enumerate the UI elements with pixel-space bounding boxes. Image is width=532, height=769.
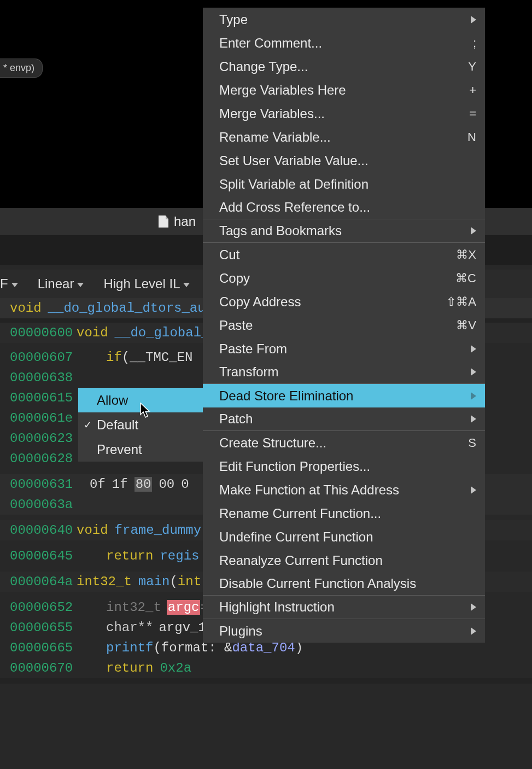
menu-item-transform[interactable]: Transform: [203, 360, 485, 384]
chevron-right-icon: [471, 345, 476, 353]
address: 00000628: [0, 451, 77, 466]
param-chip-label: * envp): [3, 62, 34, 73]
menu-item-shortcut: N: [443, 130, 476, 144]
token-highlighted: argc: [167, 600, 201, 615]
menu-item-label: Copy: [219, 271, 250, 286]
token-paren: (: [122, 350, 130, 365]
menu-item-shortcut: ⌘X: [443, 248, 476, 262]
menu-item-label: Create Structure...: [219, 435, 326, 451]
menu-item-label: Tags and Bookmarks: [219, 223, 342, 238]
view-left-dropdown[interactable]: F: [0, 274, 22, 294]
token-type: char**: [106, 620, 153, 635]
chevron-down-icon: [183, 283, 190, 287]
address: 0000061e: [0, 411, 77, 426]
chevron-right-icon: [471, 368, 476, 376]
address: 00000607: [0, 350, 77, 365]
token-keyword: return: [106, 661, 153, 675]
menu-item-rename-variable[interactable]: Rename Variable...N: [203, 125, 485, 149]
address: 00000670: [0, 661, 77, 675]
menu-item-enter-comment[interactable]: Enter Comment...;: [203, 31, 485, 55]
menu-item-reanalyze-current-function[interactable]: Reanalyze Current Function: [203, 549, 485, 572]
address: 00000600: [0, 325, 77, 340]
il-level-dropdown[interactable]: High Level IL: [99, 274, 194, 294]
menu-item-plugins[interactable]: Plugins: [203, 619, 485, 643]
menu-item-label: Cut: [219, 247, 239, 263]
token-lhs: argv_1: [159, 620, 206, 635]
token-arg-name: format: [161, 640, 208, 655]
menu-item-label: Add Cross Reference to...: [219, 200, 370, 215]
chevron-right-icon: [471, 392, 476, 400]
menu-item-edit-function-properties[interactable]: Edit Function Properties...: [203, 455, 485, 478]
menu-item-label: Change Type...: [219, 59, 308, 74]
chevron-right-icon: [471, 627, 476, 635]
menu-item-rename-current-function[interactable]: Rename Current Function...: [203, 502, 485, 525]
token-keyword: void: [77, 523, 108, 538]
token-type-dim: int32_t: [106, 600, 161, 615]
menu-item-shortcut: ⇧⌘A: [443, 295, 476, 309]
submenu-item-default[interactable]: ✓ Default: [78, 412, 203, 437]
menu-item-disable-current-function-analysis[interactable]: Disable Current Function Analysis: [203, 572, 485, 596]
menu-item-cut[interactable]: Cut⌘X: [203, 243, 485, 266]
chevron-down-icon: [11, 283, 18, 287]
code-row[interactable]: 00000670 return 0x2a: [0, 658, 532, 678]
menu-item-copy[interactable]: Copy⌘C: [203, 266, 485, 290]
param-chip[interactable]: * envp): [0, 59, 43, 78]
address: 00000623: [0, 431, 77, 446]
menu-item-patch[interactable]: Patch: [203, 407, 485, 431]
token-call: printf: [106, 640, 153, 655]
document-icon: [159, 215, 168, 228]
menu-item-merge-variables[interactable]: Merge Variables...=: [203, 102, 485, 125]
menu-item-highlight-instruction[interactable]: Highlight Instruction: [203, 596, 485, 619]
menu-item-merge-variables-here[interactable]: Merge Variables Here+: [203, 78, 485, 102]
menu-item-copy-address[interactable]: Copy Address⇧⌘A: [203, 290, 485, 313]
token-identifier: __TMC_EN: [130, 350, 192, 365]
menu-item-label: Type: [219, 12, 248, 27]
menu-item-label: Make Function at This Address: [219, 482, 399, 498]
hex-byte: 1f: [112, 477, 128, 492]
token-keyword: return: [106, 549, 153, 563]
menu-item-tags-and-bookmarks[interactable]: Tags and Bookmarks: [203, 219, 485, 243]
submenu-item-label: Default: [97, 417, 138, 433]
dead-store-submenu: Allow ✓ Default Prevent: [78, 388, 203, 462]
submenu-item-prevent[interactable]: Prevent: [78, 437, 203, 462]
menu-item-type[interactable]: Type: [203, 8, 485, 31]
menu-item-make-function-at-this-address[interactable]: Make Function at This Address: [203, 478, 485, 502]
token-number: 0x2a: [160, 661, 191, 675]
submenu-item-label: Prevent: [97, 442, 142, 457]
function-name: __do_global_dtors_aux: [48, 301, 213, 316]
menu-item-add-cross-reference-to[interactable]: Add Cross Reference to...: [203, 196, 485, 219]
context-menu: TypeEnter Comment...;Change Type...YMerg…: [203, 8, 485, 643]
submenu-item-allow[interactable]: Allow: [78, 388, 203, 412]
menu-item-change-type[interactable]: Change Type...Y: [203, 55, 485, 78]
hex-byte-selected: 80: [135, 477, 153, 492]
token-keyword: void: [77, 325, 108, 340]
address: 00000645: [0, 549, 77, 563]
token-type: int32_t: [77, 574, 132, 589]
file-tab-label[interactable]: han: [174, 214, 196, 229]
menu-item-undefine-current-function[interactable]: Undefine Current Function: [203, 525, 485, 549]
token-colon: : &: [208, 640, 232, 655]
menu-item-shortcut: ⌘C: [443, 271, 476, 286]
menu-item-paste[interactable]: Paste⌘V: [203, 313, 485, 337]
menu-item-label: Paste From: [219, 341, 287, 357]
address: 00000638: [0, 370, 77, 385]
view-left-label: F: [0, 276, 8, 292]
menu-item-shortcut: S: [443, 436, 476, 450]
chevron-right-icon: [471, 486, 476, 494]
menu-item-dead-store-elimination[interactable]: Dead Store Elimination: [203, 384, 485, 407]
address: 00000655: [0, 620, 77, 635]
menu-item-shortcut: =: [443, 107, 476, 121]
menu-item-set-user-variable-value[interactable]: Set User Variable Value...: [203, 149, 485, 172]
token-function: main: [138, 574, 170, 589]
token-keyword: if: [106, 350, 122, 365]
menu-item-create-structure[interactable]: Create Structure...S: [203, 431, 485, 455]
token-type: int: [178, 574, 201, 589]
menu-item-label: Edit Function Properties...: [219, 459, 370, 474]
menu-item-label: Merge Variables Here: [219, 83, 346, 98]
menu-item-split-variable-at-definition[interactable]: Split Variable at Definition: [203, 172, 485, 196]
token-data-ref: data_704: [232, 640, 295, 655]
view-mode-dropdown[interactable]: Linear: [33, 274, 89, 294]
token-function: __do_global_: [115, 325, 209, 340]
menu-item-paste-from[interactable]: Paste From: [203, 337, 485, 360]
chevron-right-icon: [471, 415, 476, 423]
